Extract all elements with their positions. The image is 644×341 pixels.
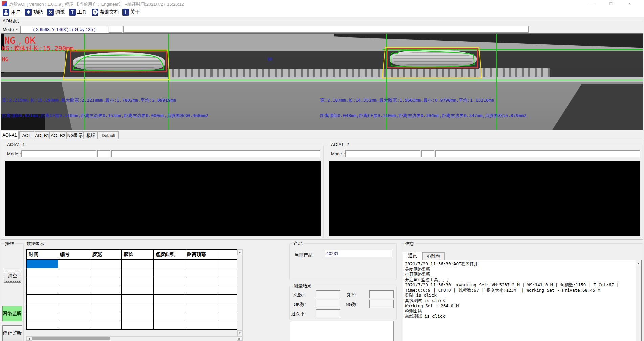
right-field-1[interactable] <box>345 150 420 157</box>
table-cell[interactable] <box>121 286 153 294</box>
table-cell[interactable] <box>185 312 217 321</box>
table-cell[interactable] <box>90 286 121 294</box>
table-cell[interactable] <box>90 268 121 277</box>
table-cell[interactable] <box>185 286 217 294</box>
close-button[interactable]: × <box>622 0 638 7</box>
toolbar-item-function[interactable]: ✱ 功能 <box>25 8 43 16</box>
left-field-2[interactable] <box>97 150 110 157</box>
right-image-display[interactable] <box>329 161 640 236</box>
table-cell[interactable] <box>121 321 153 330</box>
table-header-cell[interactable]: 胶宽 <box>90 249 121 259</box>
yield-field[interactable] <box>369 290 394 298</box>
table-cell[interactable] <box>185 277 217 286</box>
table-cell[interactable] <box>153 294 185 303</box>
table-cell[interactable] <box>121 259 153 268</box>
table-cell[interactable] <box>58 294 90 303</box>
table-cell[interactable] <box>153 277 185 286</box>
selected-cell[interactable] <box>26 259 58 268</box>
table-cell[interactable] <box>26 312 58 321</box>
table-cell[interactable] <box>58 286 90 294</box>
tab-aoi-b1[interactable]: AOI-B1 <box>35 131 50 139</box>
data-table[interactable]: 时间 编号 胶宽 胶长 点胶面积 距离顶部 <box>26 249 238 330</box>
tab-heartbeat[interactable]: 心跳包 <box>422 252 445 260</box>
scroll-up-button[interactable]: ▲ <box>237 249 242 255</box>
table-row[interactable] <box>26 321 237 330</box>
scroll-down-button[interactable]: ▼ <box>237 330 242 336</box>
scroll-right-button[interactable]: ▶ <box>237 337 242 341</box>
left-field-1[interactable] <box>21 150 96 157</box>
toolbar-item-debug[interactable]: ⚒ 调试 <box>47 8 65 16</box>
table-row[interactable] <box>26 312 237 321</box>
table-cell[interactable] <box>26 294 58 303</box>
log-scroll-up-button[interactable]: ▲ <box>636 261 641 266</box>
tab-comm[interactable]: 通讯 <box>403 252 422 260</box>
table-cell[interactable] <box>217 312 237 321</box>
table-cell[interactable] <box>217 321 237 330</box>
toolbar-item-user[interactable]: 用户 <box>3 8 20 16</box>
tab-default[interactable]: Default <box>98 131 119 139</box>
table-cell[interactable] <box>185 268 217 277</box>
table-cell[interactable] <box>58 268 90 277</box>
tab-aoi-b2[interactable]: AOI-B2 <box>50 131 66 139</box>
table-cell[interactable] <box>153 286 185 294</box>
network-listen-button[interactable]: 网络监听 <box>2 306 22 321</box>
tab-aoi-a2[interactable]: AOI-A2 <box>19 131 34 139</box>
table-cell[interactable] <box>90 294 121 303</box>
overkill-field[interactable] <box>316 309 340 317</box>
ng-count-field[interactable] <box>369 300 394 308</box>
table-hscrollbar[interactable]: ◀ ▶ <box>26 336 243 341</box>
current-product-input[interactable] <box>325 250 392 257</box>
table-header-cell[interactable]: 胶长 <box>121 249 153 259</box>
table-row[interactable] <box>26 259 237 268</box>
left-field-3[interactable] <box>111 150 320 157</box>
table-row[interactable] <box>26 294 237 303</box>
log-area[interactable]: 2021/7/29 11:36:30:AOI程序打开 关闭网络监听 打开网络监听… <box>403 260 642 341</box>
table-cell[interactable] <box>217 268 237 277</box>
minimize-button[interactable]: — <box>584 0 600 7</box>
camera-image[interactable]: NG，OK NG:胶体过长:15.290mm, NG OK 宽:2.215mm,… <box>1 33 643 130</box>
table-header-cell[interactable]: 编号 <box>58 249 90 259</box>
right-field-3[interactable] <box>435 150 640 157</box>
tab-ng-display[interactable]: NG显示 <box>66 131 84 139</box>
table-cell[interactable] <box>217 277 237 286</box>
clear-button[interactable]: 清空 <box>4 270 21 283</box>
table-cell[interactable] <box>217 294 237 303</box>
table-cell[interactable] <box>153 259 185 268</box>
maximize-button[interactable]: □ <box>603 0 619 7</box>
tab-template[interactable]: 模版 <box>84 131 98 139</box>
table-cell[interactable] <box>90 321 121 330</box>
hscroll-thumb[interactable] <box>32 337 110 340</box>
table-cell[interactable] <box>121 294 153 303</box>
camera-field-3[interactable] <box>123 26 529 33</box>
table-cell[interactable] <box>185 303 217 312</box>
table-cell[interactable] <box>153 312 185 321</box>
table-cell[interactable] <box>217 286 237 294</box>
table-row[interactable] <box>26 303 237 312</box>
table-cell[interactable] <box>90 303 121 312</box>
table-cell[interactable] <box>153 303 185 312</box>
tab-aoi-a1[interactable]: AOI-A1 <box>1 131 19 139</box>
table-cell[interactable] <box>26 268 58 277</box>
table-cell[interactable] <box>26 303 58 312</box>
table-cell[interactable] <box>58 312 90 321</box>
right-field-2[interactable] <box>421 150 434 157</box>
table-row[interactable] <box>26 277 237 286</box>
table-header-cell[interactable]: 时间 <box>26 249 58 259</box>
table-vscrollbar[interactable]: ▲ ▼ <box>237 249 243 336</box>
table-cell[interactable] <box>185 259 217 268</box>
stop-listen-button[interactable]: 停止监听 <box>2 325 22 341</box>
table-cell[interactable] <box>217 303 237 312</box>
toolbar-item-help[interactable]: ? 帮助文档 <box>92 8 119 16</box>
table-cell[interactable] <box>90 259 121 268</box>
ok-count-field[interactable] <box>316 300 340 308</box>
table-cell[interactable] <box>217 259 237 268</box>
table-cell[interactable] <box>58 321 90 330</box>
table-cell[interactable] <box>121 268 153 277</box>
table-cell[interactable] <box>153 321 185 330</box>
table-cell[interactable] <box>121 303 153 312</box>
table-cell[interactable] <box>121 277 153 286</box>
table-cell[interactable] <box>185 294 217 303</box>
log-scrollbar[interactable]: ▲ <box>636 260 641 341</box>
table-header-cell[interactable]: 距离顶部 <box>185 249 217 259</box>
table-cell[interactable] <box>90 312 121 321</box>
